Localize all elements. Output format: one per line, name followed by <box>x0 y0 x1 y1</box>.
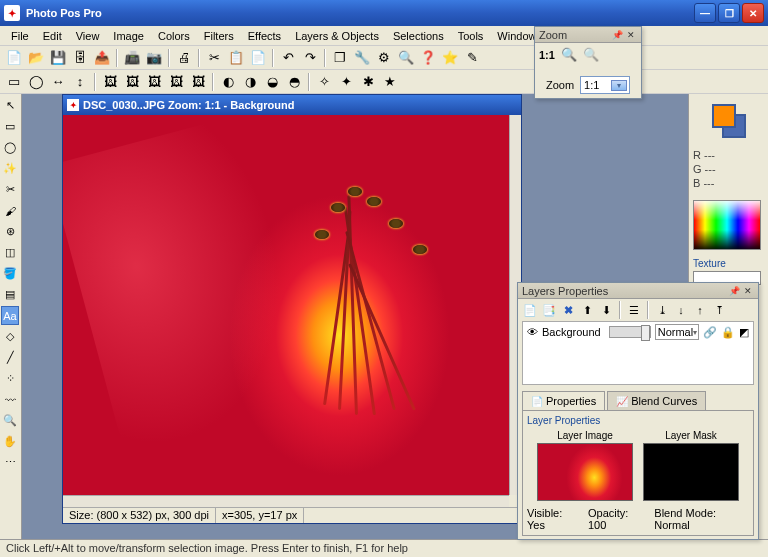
adjust4-icon[interactable]: ◓ <box>284 72 304 92</box>
save-icon[interactable]: 💾 <box>48 48 68 68</box>
menu-selections[interactable]: Selections <box>386 28 451 44</box>
saveall-icon[interactable]: 🗄 <box>70 48 90 68</box>
move-top-icon[interactable]: ⤓ <box>654 302 670 318</box>
canvas[interactable] <box>63 115 509 495</box>
thumb5-icon[interactable]: 🖼 <box>188 72 208 92</box>
mask-icon[interactable]: ◩ <box>739 326 749 339</box>
sel-ellipse-icon[interactable]: ◯ <box>26 72 46 92</box>
fx1-icon[interactable]: ✧ <box>314 72 334 92</box>
panel-close-icon[interactable]: ✕ <box>625 29 637 41</box>
line-tool-icon[interactable]: ╱ <box>1 348 19 367</box>
color-swatch[interactable] <box>712 104 746 138</box>
eraser-tool-icon[interactable]: ◫ <box>1 243 19 262</box>
blend-mode-select[interactable]: Normal <box>655 324 699 340</box>
menu-image[interactable]: Image <box>106 28 151 44</box>
lock-icon[interactable]: 🔒 <box>721 326 735 339</box>
crop-tool-icon[interactable]: ✂ <box>1 180 19 199</box>
adjust3-icon[interactable]: ◒ <box>262 72 282 92</box>
new-icon[interactable]: 📄 <box>4 48 24 68</box>
text-tool-icon[interactable]: Aa <box>1 306 19 325</box>
move-bottom-icon[interactable]: ⤒ <box>711 302 727 318</box>
edit-icon[interactable]: ✎ <box>462 48 482 68</box>
layer-up-icon[interactable]: ⬆ <box>579 302 595 318</box>
new-layer-icon[interactable]: 📄 <box>522 302 538 318</box>
shape-tool-icon[interactable]: ◇ <box>1 327 19 346</box>
redo-icon[interactable]: ↷ <box>300 48 320 68</box>
visibility-icon[interactable]: 👁 <box>527 326 538 338</box>
paste-icon[interactable]: 📄 <box>248 48 268 68</box>
pin-icon[interactable]: 📌 <box>611 29 623 41</box>
marquee-tool-icon[interactable]: ▭ <box>1 117 19 136</box>
pin-icon[interactable]: 📌 <box>728 285 740 297</box>
flip-h-icon[interactable]: ↔ <box>48 72 68 92</box>
hand-tool-icon[interactable]: ✋ <box>1 432 19 451</box>
move-down-icon[interactable]: ↑ <box>692 302 708 318</box>
zoom-select[interactable]: 1:1 <box>580 76 630 94</box>
zoom-panel-header[interactable]: Zoom 📌 ✕ <box>535 27 641 43</box>
pointer-tool-icon[interactable]: ↖ <box>1 96 19 115</box>
link-icon[interactable]: 🔗 <box>703 326 717 339</box>
menu-colors[interactable]: Colors <box>151 28 197 44</box>
thumb2-icon[interactable]: 🖼 <box>122 72 142 92</box>
picker-tool-icon[interactable]: ⁘ <box>1 369 19 388</box>
gradient-tool-icon[interactable]: ▤ <box>1 285 19 304</box>
clone-tool-icon[interactable]: ⊛ <box>1 222 19 241</box>
delete-layer-icon[interactable]: ✖ <box>560 302 576 318</box>
layer-image-thumb[interactable] <box>537 443 633 501</box>
panel-close-icon[interactable]: ✕ <box>742 285 754 297</box>
zoom-tool-icon[interactable]: 🔍 <box>1 411 19 430</box>
menu-edit[interactable]: Edit <box>36 28 69 44</box>
fx3-icon[interactable]: ✱ <box>358 72 378 92</box>
cut-icon[interactable]: ✂ <box>204 48 224 68</box>
menu-view[interactable]: View <box>69 28 107 44</box>
print-icon[interactable]: 🖨 <box>174 48 194 68</box>
menu-filters[interactable]: Filters <box>197 28 241 44</box>
adjust2-icon[interactable]: ◑ <box>240 72 260 92</box>
undo-icon[interactable]: ↶ <box>278 48 298 68</box>
close-button[interactable]: ✕ <box>742 3 764 23</box>
minimize-button[interactable]: — <box>694 3 716 23</box>
adjust1-icon[interactable]: ◐ <box>218 72 238 92</box>
tab-blend-curves[interactable]: 📈 Blend Curves <box>607 391 706 410</box>
export-icon[interactable]: 📤 <box>92 48 112 68</box>
opacity-slider[interactable] <box>609 326 651 338</box>
merge-icon[interactable]: ☰ <box>626 302 642 318</box>
smudge-tool-icon[interactable]: 〰 <box>1 390 19 409</box>
brush-tool-icon[interactable]: 🖌 <box>1 201 19 220</box>
layer-down-icon[interactable]: ⬇ <box>598 302 614 318</box>
search-icon[interactable]: 🔍 <box>396 48 416 68</box>
move-up-icon[interactable]: ↓ <box>673 302 689 318</box>
scrollbar-horizontal[interactable] <box>63 495 509 507</box>
layer-row[interactable]: 👁 Background Normal 🔗 🔒 ◩ <box>523 322 753 342</box>
zoom-in-icon[interactable]: 🔍 <box>561 47 577 62</box>
misc-tool-icon[interactable]: ⋯ <box>1 453 19 472</box>
sel-rect-icon[interactable]: ▭ <box>4 72 24 92</box>
maximize-button[interactable]: ❐ <box>718 3 740 23</box>
layers-panel-header[interactable]: Layers Properties 📌 ✕ <box>518 283 758 299</box>
menu-layers[interactable]: Layers & Objects <box>288 28 386 44</box>
camera-icon[interactable]: 📷 <box>144 48 164 68</box>
zoom-out-icon[interactable]: 🔍 <box>583 47 599 62</box>
layers-icon[interactable]: ❐ <box>330 48 350 68</box>
copy-icon[interactable]: 📋 <box>226 48 246 68</box>
favorite-icon[interactable]: ⭐ <box>440 48 460 68</box>
tool-a-icon[interactable]: 🔧 <box>352 48 372 68</box>
open-icon[interactable]: 📂 <box>26 48 46 68</box>
foreground-color-icon[interactable] <box>712 104 736 128</box>
thumb3-icon[interactable]: 🖼 <box>144 72 164 92</box>
duplicate-layer-icon[interactable]: 📑 <box>541 302 557 318</box>
menu-tools[interactable]: Tools <box>451 28 491 44</box>
document-titlebar[interactable]: ✦ DSC_0030..JPG Zoom: 1:1 - Background <box>63 95 521 115</box>
lasso-tool-icon[interactable]: ◯ <box>1 138 19 157</box>
flip-v-icon[interactable]: ↕ <box>70 72 90 92</box>
help-icon[interactable]: ❓ <box>418 48 438 68</box>
layer-mask-thumb[interactable] <box>643 443 739 501</box>
thumb1-icon[interactable]: 🖼 <box>100 72 120 92</box>
thumb4-icon[interactable]: 🖼 <box>166 72 186 92</box>
tool-b-icon[interactable]: ⚙ <box>374 48 394 68</box>
menu-file[interactable]: File <box>4 28 36 44</box>
tab-properties[interactable]: 📄 Properties <box>522 391 605 410</box>
fill-tool-icon[interactable]: 🪣 <box>1 264 19 283</box>
menu-effects[interactable]: Effects <box>241 28 288 44</box>
fx2-icon[interactable]: ✦ <box>336 72 356 92</box>
